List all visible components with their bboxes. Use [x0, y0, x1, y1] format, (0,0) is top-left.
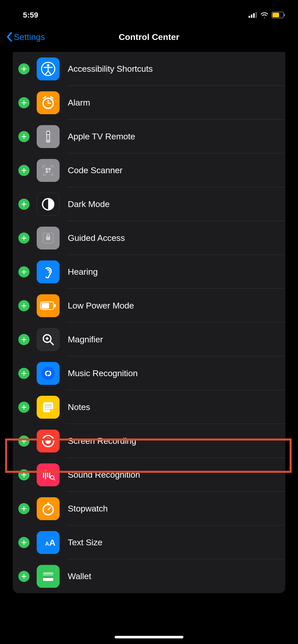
svg-point-61: [45, 438, 51, 444]
svg-rect-23: [46, 168, 48, 170]
magnifier-icon: [37, 328, 60, 351]
svg-rect-73: [47, 503, 49, 504]
home-indicator[interactable]: [115, 636, 183, 638]
add-button[interactable]: [18, 435, 30, 447]
back-label: Settings: [14, 32, 45, 42]
row-label: Music Recognition: [68, 368, 138, 378]
svg-rect-5: [273, 13, 279, 17]
add-button[interactable]: [18, 334, 30, 345]
add-button[interactable]: [18, 469, 30, 480]
svg-rect-18: [47, 136, 49, 136]
control-row-battery[interactable]: Low Power Mode: [13, 289, 285, 323]
row-label: Wallet: [68, 571, 91, 581]
control-row-sound[interactable]: Sound Recognition: [13, 458, 285, 492]
svg-text:A: A: [49, 538, 56, 547]
control-row-record[interactable]: Screen Recording: [13, 424, 285, 458]
status-indicators: [249, 12, 285, 18]
accessibility-icon: [37, 57, 60, 80]
row-label: Stopwatch: [68, 504, 108, 514]
status-bar: 5:59: [0, 0, 298, 25]
row-label: Sound Recognition: [68, 470, 140, 480]
record-icon: [37, 430, 60, 452]
row-label: Code Scanner: [68, 165, 123, 175]
control-row-wallet[interactable]: Wallet: [13, 559, 285, 593]
svg-line-69: [53, 479, 55, 480]
row-label: Hearing: [68, 267, 98, 277]
control-row-ear[interactable]: Hearing: [13, 255, 285, 289]
row-label: Accessibility Shortcuts: [68, 64, 153, 74]
add-button[interactable]: [18, 571, 30, 582]
svg-rect-2: [253, 13, 255, 18]
add-button[interactable]: [18, 503, 30, 514]
add-button[interactable]: [18, 199, 30, 210]
svg-point-49: [42, 367, 55, 380]
svg-text:A: A: [45, 540, 49, 547]
control-row-qr[interactable]: Code Scanner: [13, 153, 285, 187]
add-button[interactable]: [18, 165, 30, 176]
svg-rect-33: [46, 237, 50, 240]
svg-rect-0: [249, 16, 250, 18]
row-label: Guided Access: [68, 233, 125, 243]
control-row-notes[interactable]: +Notes: [13, 390, 285, 424]
wallet-icon: [37, 565, 60, 588]
nav-bar: Settings Control Center: [0, 25, 298, 48]
svg-rect-1: [251, 14, 252, 18]
add-button[interactable]: [18, 232, 30, 244]
svg-rect-26: [49, 171, 50, 172]
add-button[interactable]: [18, 368, 30, 379]
sound-icon: [37, 463, 60, 486]
control-row-alarm[interactable]: Alarm: [13, 86, 285, 120]
add-button[interactable]: [18, 131, 30, 142]
add-button[interactable]: [18, 300, 30, 311]
control-row-guided[interactable]: Guided Access: [13, 221, 285, 255]
svg-line-74: [48, 507, 51, 510]
row-label: Low Power Mode: [68, 301, 134, 311]
svg-rect-25: [46, 171, 48, 173]
ear-icon: [37, 260, 60, 283]
cellular-icon: [249, 12, 257, 18]
svg-point-17: [47, 132, 49, 134]
control-row-darkmode[interactable]: Dark Mode: [13, 187, 285, 221]
control-row-accessibility[interactable]: Accessibility Shortcuts: [13, 52, 285, 86]
status-time: 5:59: [23, 11, 38, 19]
control-row-shazam[interactable]: Music Recognition: [13, 356, 285, 390]
svg-line-44: [50, 342, 53, 345]
add-button[interactable]: [18, 63, 30, 75]
back-button[interactable]: Settings: [6, 32, 45, 42]
add-button[interactable]: [18, 402, 30, 413]
add-button[interactable]: [18, 537, 30, 548]
chevron-left-icon: [6, 32, 12, 42]
svg-text:+: +: [51, 409, 52, 413]
row-label: Notes: [68, 402, 90, 412]
row-label: Magnifier: [68, 334, 103, 344]
svg-point-10: [47, 64, 49, 67]
row-label: Text Size: [68, 537, 102, 547]
guided-icon: [37, 227, 60, 250]
svg-rect-24: [48, 168, 51, 170]
row-label: Alarm: [68, 98, 90, 108]
textsize-icon: AA: [37, 531, 60, 554]
battery-icon: [37, 294, 60, 317]
control-row-remote[interactable]: Apple TV Remote: [13, 120, 285, 153]
add-button[interactable]: [18, 266, 30, 277]
notes-icon: +: [37, 396, 60, 419]
control-row-magnifier[interactable]: Magnifier: [13, 323, 285, 356]
row-label: Dark Mode: [68, 199, 110, 209]
darkmode-icon: [37, 193, 60, 216]
svg-rect-3: [255, 12, 257, 18]
svg-rect-19: [47, 137, 49, 138]
qr-icon: [37, 159, 60, 182]
shazam-icon: [37, 362, 60, 385]
svg-rect-84: [43, 576, 53, 578]
stopwatch-icon: [37, 497, 60, 520]
remote-icon: [37, 125, 60, 148]
control-row-stopwatch[interactable]: Stopwatch: [13, 492, 285, 525]
more-controls-list: Accessibility ShortcutsAlarmApple TV Rem…: [13, 52, 285, 593]
nav-title: Control Center: [119, 32, 179, 42]
svg-rect-6: [284, 14, 285, 16]
svg-rect-39: [42, 303, 49, 309]
control-row-textsize[interactable]: AAText Size: [13, 525, 285, 559]
alarm-icon: [37, 91, 60, 114]
svg-rect-40: [54, 304, 56, 307]
add-button[interactable]: [18, 97, 30, 108]
